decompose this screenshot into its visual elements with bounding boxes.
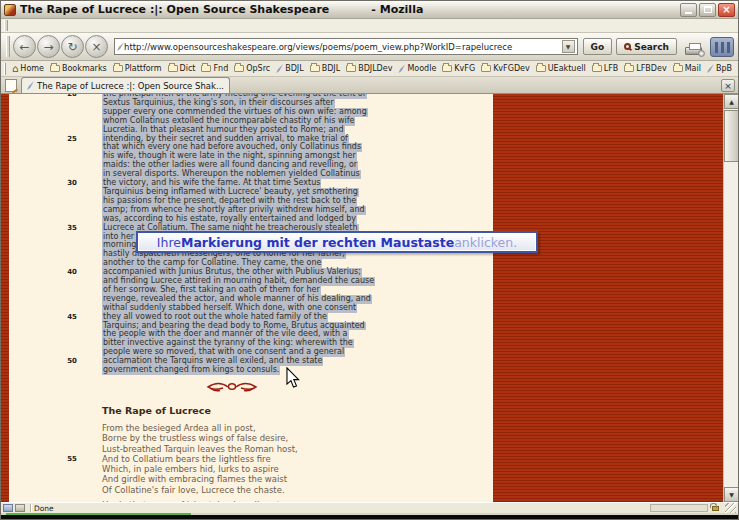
bookmark-item[interactable]: ⌂ BDJL bbox=[273, 61, 306, 76]
bookmark-label: Home bbox=[20, 64, 44, 73]
line-number bbox=[9, 339, 77, 348]
vertical-scrollbar[interactable]: ▲ ▼ bbox=[723, 94, 738, 502]
bookmark-item[interactable]: ⌂ Dict bbox=[165, 61, 199, 76]
component-bar-navigator-icon[interactable] bbox=[3, 504, 13, 512]
bookmark-item[interactable]: ⌂ LFBDev bbox=[621, 61, 669, 76]
url-dropdown-button[interactable]: ▼ bbox=[562, 40, 575, 53]
bookmark-label: Fnd bbox=[213, 64, 228, 73]
bookmark-label: KvFGDev bbox=[493, 64, 530, 73]
folder-icon bbox=[113, 65, 123, 72]
line-number bbox=[9, 444, 77, 454]
line-number bbox=[9, 170, 77, 179]
new-tab-button[interactable] bbox=[5, 79, 17, 92]
menu-item[interactable] bbox=[47, 19, 59, 32]
mozilla-throbber-icon[interactable] bbox=[710, 37, 734, 57]
line-number bbox=[9, 464, 77, 474]
bookmark-item[interactable]: ⌂ Fnd bbox=[198, 61, 231, 76]
statusbar-divider bbox=[30, 504, 31, 512]
window-resize-grip[interactable] bbox=[725, 503, 736, 514]
line-number: 50 bbox=[9, 357, 77, 366]
reload-button[interactable]: ↻ bbox=[61, 35, 84, 58]
toolbar-grippy[interactable] bbox=[4, 20, 8, 30]
poem-line: And girdle with embracing flames the wai… bbox=[9, 474, 493, 484]
forward-button[interactable]: → bbox=[37, 35, 60, 58]
line-number: 40 bbox=[9, 268, 77, 277]
print-icon[interactable] bbox=[685, 47, 702, 55]
bookmark-label: BDJLDev bbox=[358, 64, 392, 73]
window-title: The Rape of Lucrece :|: Open Source Shak… bbox=[20, 3, 329, 16]
tooltip-text-bold: Markierung mit der rechten Maustaste bbox=[181, 235, 454, 250]
bookmark-item[interactable]: ⌂ BpB bbox=[704, 61, 735, 76]
bookmark-item[interactable]: ⌂ Plattform bbox=[110, 61, 165, 76]
poem-line: Lust-breathed Tarquin leaves the Roman h… bbox=[9, 444, 493, 454]
status-bar: Done bbox=[1, 502, 738, 513]
scroll-down-button[interactable]: ▼ bbox=[724, 487, 738, 502]
bookmark-item[interactable]: ⌂ Moodle bbox=[395, 61, 439, 76]
menu-item[interactable] bbox=[59, 19, 71, 32]
bookmark-item[interactable]: ⌂ BDJL bbox=[307, 61, 343, 76]
browser-window: The Rape of Lucrece :|: Open Source Shak… bbox=[0, 0, 739, 520]
menu-item[interactable] bbox=[95, 19, 107, 32]
scroll-up-button[interactable]: ▲ bbox=[724, 94, 738, 109]
bookmark-item[interactable]: ⌂ KvFGDev bbox=[478, 61, 533, 76]
stop-icon: × bbox=[91, 41, 101, 53]
line-number bbox=[9, 206, 77, 215]
poem-line: 55 And to Collatium bears the lightless … bbox=[9, 454, 493, 464]
forward-icon: → bbox=[43, 41, 53, 53]
search-icon bbox=[624, 43, 631, 50]
bottom-edge bbox=[1, 513, 738, 519]
component-bar-composer-icon[interactable] bbox=[15, 504, 25, 512]
menu-item[interactable] bbox=[83, 19, 95, 32]
close-tab-button[interactable]: × bbox=[721, 79, 735, 92]
bookmark-label: Dict bbox=[180, 64, 196, 73]
menu-item[interactable] bbox=[11, 19, 23, 32]
folder-icon bbox=[624, 65, 634, 72]
screen-bottom-band bbox=[1, 515, 738, 519]
mozilla-app-icon bbox=[4, 4, 16, 16]
scrollbar-thumb[interactable] bbox=[724, 110, 738, 162]
bookmark-label: Mail bbox=[685, 64, 701, 73]
go-button[interactable]: Go bbox=[583, 38, 613, 55]
bookmark-item[interactable]: ⌂ UEaktuell bbox=[533, 61, 589, 76]
url-bar[interactable]: ▼ bbox=[114, 38, 578, 55]
bookmark-item[interactable]: ⌂ Bookmarks bbox=[47, 61, 110, 76]
line-number: 25 bbox=[9, 135, 77, 144]
back-button[interactable]: ← bbox=[13, 35, 36, 58]
url-input[interactable] bbox=[124, 39, 562, 54]
security-padlock-icon[interactable] bbox=[712, 506, 719, 511]
menu-item[interactable] bbox=[71, 19, 83, 32]
bookmark-quill-icon bbox=[398, 64, 405, 73]
minimize-button[interactable] bbox=[680, 3, 697, 17]
bookmark-label: BDJL bbox=[285, 64, 303, 73]
bookmark-item[interactable]: ⌂ BDJLDev bbox=[343, 61, 395, 76]
page-body: 20 the principal men of the army meeting… bbox=[9, 94, 493, 502]
search-button[interactable]: Search bbox=[616, 38, 677, 55]
title-bar[interactable]: The Rape of Lucrece :|: Open Source Shak… bbox=[1, 1, 738, 19]
line-number bbox=[9, 474, 77, 484]
poem-line: Borne by the trustless wings of false de… bbox=[9, 433, 493, 443]
bookmark-item[interactable]: ⌂ OpSrc bbox=[231, 61, 273, 76]
toolbar-grippy[interactable] bbox=[4, 63, 6, 75]
line-number: 30 bbox=[9, 179, 77, 188]
folder-icon bbox=[310, 65, 320, 72]
menu-item[interactable] bbox=[35, 19, 47, 32]
bookmark-item[interactable]: ⌂ LFB bbox=[589, 61, 622, 76]
restore-button[interactable] bbox=[699, 3, 716, 17]
browser-viewport: 20 the principal men of the army meeting… bbox=[1, 94, 738, 502]
tab-active[interactable]: The Rape of Lucrece :|: Open Source Shak… bbox=[21, 77, 230, 93]
bookmark-item[interactable]: ⌂ SXC bbox=[735, 61, 738, 76]
poem-text-line: Haply that name of 'chaste' unhappily se… bbox=[102, 500, 280, 502]
bookmark-item[interactable]: ⌂ KvFG bbox=[439, 61, 478, 76]
stop-button[interactable]: × bbox=[85, 35, 108, 58]
poem-line: From the besieged Ardea all in post, bbox=[9, 423, 493, 433]
progress-meter bbox=[650, 504, 708, 512]
toolbar-grippy[interactable] bbox=[6, 36, 10, 58]
bookmark-label: KvFG bbox=[454, 64, 475, 73]
bookmark-item[interactable]: ⌂ Home bbox=[9, 61, 47, 76]
argument-line: government changed from kings to consuls… bbox=[9, 366, 493, 375]
line-number bbox=[9, 241, 77, 250]
close-button[interactable]: × bbox=[718, 3, 735, 17]
home-icon: ⌂ bbox=[12, 64, 18, 73]
bookmark-item[interactable]: ⌂ Mail bbox=[670, 61, 704, 76]
menu-item[interactable] bbox=[23, 19, 35, 32]
